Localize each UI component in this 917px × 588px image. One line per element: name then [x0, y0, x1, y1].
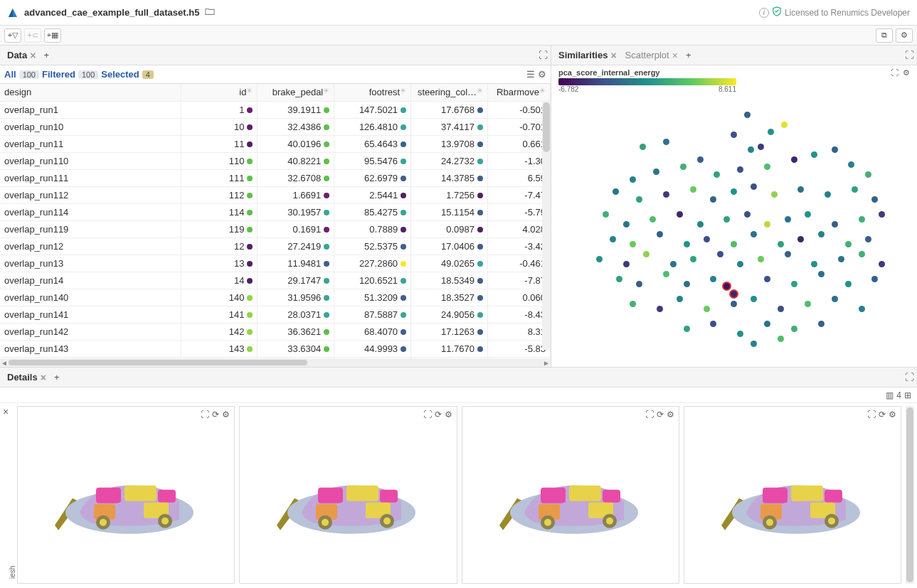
table-row[interactable]: overlap_run11411430.195785.427515.1154-5…	[0, 203, 551, 220]
scatter-point[interactable]	[832, 221, 838, 228]
scatter-point[interactable]	[751, 296, 757, 302]
scatter-point[interactable]	[751, 341, 757, 347]
table-row[interactable]: overlap_run1191190.16910.78890.09874.028	[0, 220, 551, 237]
scatter-point[interactable]	[684, 326, 690, 332]
scatter-point[interactable]	[710, 321, 716, 327]
scatter-point[interactable]	[771, 191, 778, 198]
scatter-point[interactable]	[778, 241, 784, 247]
scatter-point[interactable]	[845, 241, 852, 247]
scatter-point[interactable]	[630, 301, 636, 307]
add-qr-button[interactable]: +▦	[44, 28, 61, 43]
scatter-point[interactable]	[811, 261, 817, 267]
data-table[interactable]: designid☀brake_pedal☀footrest☀steering_c…	[0, 84, 551, 358]
scatter-point[interactable]	[818, 231, 825, 237]
scatter-point[interactable]	[751, 231, 757, 237]
scatter-point[interactable]	[797, 186, 804, 193]
data-tab[interactable]: Data×	[3, 48, 40, 63]
scatter-point[interactable]	[764, 276, 770, 282]
scatter-point[interactable]	[785, 251, 791, 257]
add-tab-button[interactable]: +	[51, 371, 63, 384]
scatter-point[interactable]	[848, 161, 854, 168]
horizontal-scrollbar[interactable]: ◄►	[0, 358, 551, 367]
detail-card[interactable]: ⛶⟳⚙ iesh	[17, 406, 235, 584]
close-icon[interactable]: ×	[41, 372, 46, 383]
scatter-point[interactable]	[838, 256, 844, 262]
scatter-point[interactable]	[663, 271, 669, 277]
info-icon[interactable]: i	[759, 8, 769, 18]
scatterplot-tab[interactable]: Scatterplot×	[621, 48, 682, 63]
add-tab-button[interactable]: +	[682, 49, 695, 62]
filter-all[interactable]: All	[4, 69, 16, 80]
scatter-point[interactable]	[781, 122, 788, 128]
scatter-point[interactable]	[805, 211, 811, 218]
add-tab-button[interactable]: +	[40, 49, 53, 62]
scatter-point[interactable]	[825, 191, 831, 198]
table-row[interactable]: overlap_run1121121.66912.54411.7256-7.47	[0, 186, 551, 203]
close-icon[interactable]: ×	[672, 50, 678, 61]
scatter-point[interactable]	[630, 241, 636, 247]
scatter-point[interactable]	[657, 306, 663, 312]
scatter-point[interactable]	[764, 221, 770, 228]
scatter-point[interactable]	[697, 221, 704, 228]
gear-icon[interactable]: ⚙	[889, 410, 896, 419]
scatter-point[interactable]	[805, 301, 811, 307]
expand-icon[interactable]: ⛶	[423, 410, 432, 419]
details-tab[interactable]: Details×	[3, 370, 51, 385]
detail-card[interactable]: ⛶⟳⚙	[462, 406, 679, 584]
scatter-point[interactable]	[845, 281, 852, 287]
scatter-point[interactable]	[791, 281, 797, 287]
gear-icon[interactable]: ⚙	[445, 410, 452, 419]
table-row[interactable]: overlap_run131311.9481227.286049.0265-0.…	[0, 255, 551, 272]
gear-icon[interactable]: ⚙	[903, 68, 910, 77]
scatter-point[interactable]	[859, 216, 865, 223]
expand-icon[interactable]: ⛶	[905, 50, 914, 60]
table-row[interactable]: overlap_run14114128.037187.588724.9056-8…	[0, 306, 551, 323]
scatter-point[interactable]	[764, 164, 770, 170]
filter-selected[interactable]: Selected	[101, 69, 139, 80]
scatter-point[interactable]	[871, 196, 878, 203]
scatter-point[interactable]	[859, 306, 865, 312]
scatter-point[interactable]	[731, 301, 737, 307]
scatter-point[interactable]	[616, 276, 622, 282]
scatter-point[interactable]	[791, 156, 797, 163]
expand-icon[interactable]: ⛶	[905, 372, 914, 383]
scatter-point[interactable]	[744, 211, 751, 218]
similarities-tab[interactable]: Similarities×	[554, 48, 621, 63]
scatter-point[interactable]	[636, 281, 642, 287]
column-header[interactable]: design	[0, 84, 181, 101]
scatter-point[interactable]	[613, 188, 619, 195]
scatter-point[interactable]	[704, 306, 710, 312]
scatter-point[interactable]	[717, 251, 723, 257]
scatter-point[interactable]	[785, 216, 791, 223]
scatter-point[interactable]	[797, 236, 804, 242]
scatter-point[interactable]	[748, 146, 754, 153]
table-row[interactable]: overlap_run111140.019665.464313.97080.66…	[0, 135, 551, 152]
scatter-point[interactable]	[630, 176, 636, 183]
details-scrollbar[interactable]	[906, 406, 914, 584]
scatter-point[interactable]	[768, 129, 774, 135]
scatter-point[interactable]	[737, 166, 743, 173]
scatter-point[interactable]	[697, 156, 704, 163]
scatter-point[interactable]	[879, 211, 885, 218]
scatter-point[interactable]	[680, 164, 687, 170]
grid-icon[interactable]: ⊞	[904, 390, 911, 400]
scatter-point[interactable]	[737, 261, 743, 267]
scatter-point[interactable]	[677, 296, 683, 302]
table-row[interactable]: overlap_run1139.1911147.502117.6768-0.50…	[0, 101, 551, 118]
table-row[interactable]: overlap_run101032.4386126.481037.4117-0.…	[0, 118, 551, 135]
column-header[interactable]: footrest☀	[334, 84, 411, 101]
scatter-point[interactable]	[791, 326, 797, 332]
scatter-point[interactable]	[731, 132, 737, 138]
filter-filtered[interactable]: Filtered	[42, 69, 75, 80]
scatter-point[interactable]	[710, 276, 716, 282]
expand-icon[interactable]: ⛶	[645, 410, 654, 419]
scatter-point[interactable]	[623, 221, 630, 228]
scatter-point[interactable]	[684, 241, 690, 247]
scatter-point[interactable]	[670, 261, 677, 267]
table-row[interactable]: overlap_run14214236.362168.407017.12638.…	[0, 323, 551, 340]
expand-icon[interactable]: ⛶	[867, 410, 876, 419]
scatter-point[interactable]	[623, 261, 630, 267]
scatter-point[interactable]	[690, 256, 696, 262]
scatter-point[interactable]	[744, 112, 751, 118]
refresh-icon[interactable]: ⟳	[657, 410, 664, 419]
